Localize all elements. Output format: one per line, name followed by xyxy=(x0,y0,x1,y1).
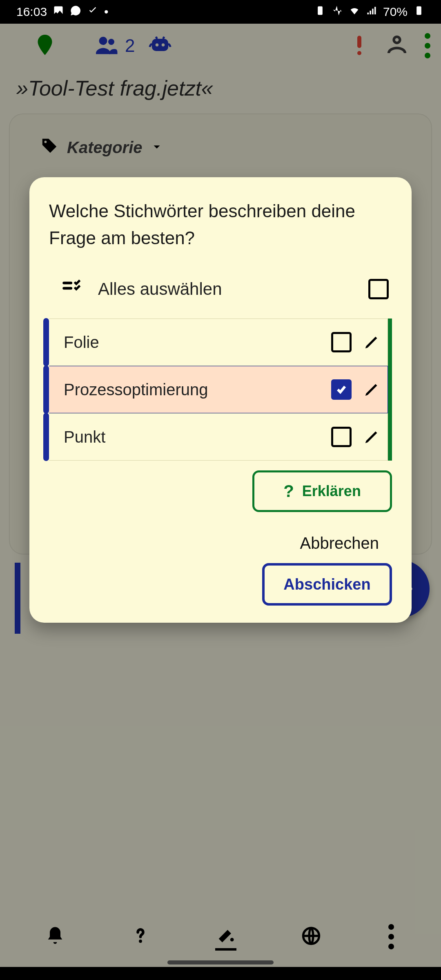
keyword-label: Prozessoptimierung xyxy=(64,381,331,399)
explain-button[interactable]: ? Erklären xyxy=(252,470,392,512)
keyword-label: Folie xyxy=(64,333,331,352)
signal-icon xyxy=(366,5,377,19)
explain-label: Erklären xyxy=(302,483,361,500)
battery-saver-icon xyxy=(314,5,326,19)
select-all-checkbox[interactable] xyxy=(368,279,389,299)
wifi-icon xyxy=(349,5,360,19)
keyword-row[interactable]: Punkt xyxy=(49,413,388,461)
edit-icon[interactable] xyxy=(363,379,382,400)
keyword-checkbox[interactable] xyxy=(331,379,352,400)
clock: 16:03 xyxy=(16,5,47,19)
edit-icon[interactable] xyxy=(363,332,382,352)
keyword-modal: Welche Stichwörter beschreiben deine Fra… xyxy=(29,177,412,623)
keyword-row[interactable]: Folie xyxy=(49,318,388,366)
select-all-row[interactable]: Alles auswählen xyxy=(49,278,392,301)
keyword-label: Punkt xyxy=(64,428,331,446)
keyword-row[interactable]: Prozessoptimierung xyxy=(49,366,388,413)
cancel-button[interactable]: Abbrechen xyxy=(300,534,379,552)
modal-title: Welche Stichwörter beschreiben deine Fra… xyxy=(49,198,392,252)
submit-button[interactable]: Abschicken xyxy=(262,563,392,606)
whatsapp-icon xyxy=(70,5,81,19)
vibrate-icon xyxy=(332,5,343,19)
image-icon xyxy=(53,5,64,19)
dot-icon: • xyxy=(104,5,109,19)
svg-rect-0 xyxy=(318,6,323,15)
checklist-icon xyxy=(61,278,82,301)
android-status-bar: 16:03 • 70% xyxy=(0,0,441,24)
battery-text: 70% xyxy=(383,5,408,19)
question-mark-icon: ? xyxy=(283,481,294,501)
keyword-checkbox[interactable] xyxy=(331,332,352,352)
keyword-list: Folie Prozessoptimierung Punkt xyxy=(49,318,392,461)
svg-rect-1 xyxy=(416,6,421,15)
battery-icon xyxy=(413,5,425,19)
edit-icon[interactable] xyxy=(363,427,382,447)
select-all-label: Alles auswählen xyxy=(98,279,368,299)
keyword-checkbox[interactable] xyxy=(331,427,352,447)
check-icon xyxy=(87,5,98,19)
